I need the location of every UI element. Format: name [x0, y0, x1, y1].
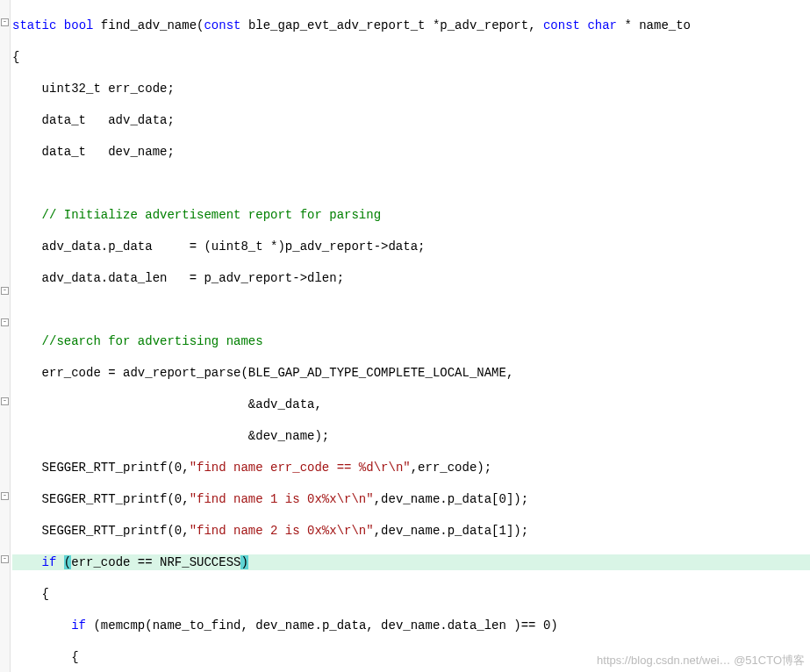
code-line: {: [12, 49, 810, 65]
code-line: // Initialize advertisement report for p…: [12, 207, 810, 223]
code-line: SEGGER_RTT_printf(0,"find name 1 is 0x%x…: [12, 491, 810, 507]
code-line: data_t dev_name;: [12, 144, 810, 160]
code-editor[interactable]: static bool find_adv_name(const ble_gap_…: [12, 2, 810, 672]
fold-marker-icon[interactable]: -: [1, 397, 9, 405]
code-line: adv_data.data_len = p_adv_report->dlen;: [12, 270, 810, 286]
fold-marker-icon[interactable]: -: [1, 18, 9, 26]
code-line: if (memcmp(name_to_find, dev_name.p_data…: [12, 618, 810, 633]
code-line: {: [12, 586, 810, 602]
code-line: err_code = adv_report_parse(BLE_GAP_AD_T…: [12, 365, 810, 381]
code-line: data_t adv_data;: [12, 112, 810, 128]
fold-marker-icon[interactable]: -: [1, 492, 9, 500]
code-line: [12, 175, 810, 191]
code-line: [12, 302, 810, 318]
code-line: static bool find_adv_name(const ble_gap_…: [12, 18, 810, 33]
code-line: SEGGER_RTT_printf(0,"find name 2 is 0x%x…: [12, 523, 810, 539]
matching-brace-open: (: [64, 555, 71, 569]
code-line: //search for advertising names: [12, 333, 810, 349]
code-line: &dev_name);: [12, 428, 810, 444]
code-line: uint32_t err_code;: [12, 81, 810, 97]
code-line-highlighted: if (err_code == NRF_SUCCESS): [12, 554, 810, 570]
fold-marker-icon[interactable]: -: [1, 555, 9, 563]
code-line: SEGGER_RTT_printf(0,"find name err_code …: [12, 460, 810, 475]
watermark-text: https://blog.csdn.net/wei… @51CTO博客: [597, 653, 805, 668]
code-line: &adv_data,: [12, 397, 810, 412]
fold-marker-icon[interactable]: -: [1, 287, 9, 295]
fold-gutter: - - - - - -: [0, 0, 11, 672]
fold-marker-icon[interactable]: -: [1, 318, 9, 326]
matching-brace-close: ): [240, 555, 247, 569]
code-line: adv_data.p_data = (uint8_t *)p_adv_repor…: [12, 239, 810, 254]
